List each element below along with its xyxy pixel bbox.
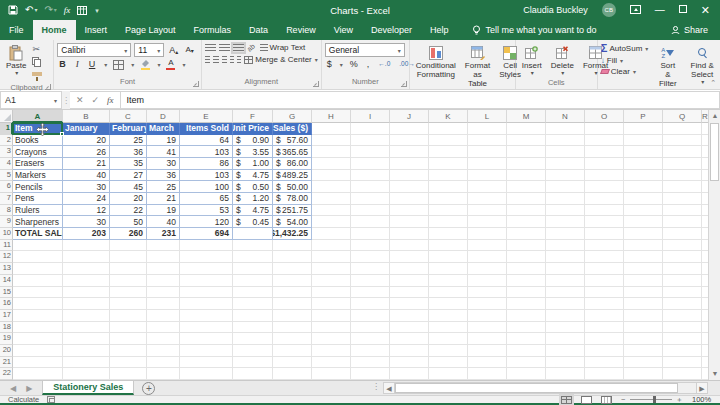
cell-B10[interactable]: 203 — [63, 228, 110, 240]
column-header-I[interactable]: I — [351, 110, 390, 123]
cell-A8[interactable]: Rulers — [13, 205, 63, 217]
column-header-M[interactable]: M — [507, 110, 546, 123]
cell-I6[interactable] — [351, 181, 390, 193]
cell-I7[interactable] — [351, 193, 390, 205]
cell-E16[interactable] — [180, 298, 233, 310]
row-header-21[interactable]: 21 — [0, 357, 13, 369]
accounting-format-icon[interactable]: $ — [325, 60, 334, 69]
macro-record-icon[interactable] — [47, 396, 55, 403]
cell-G20[interactable] — [273, 345, 312, 357]
cell-J20[interactable] — [390, 345, 429, 357]
cell-F9[interactable]: $0.45 — [233, 216, 273, 228]
decrease-font-icon[interactable]: A▾ — [183, 46, 195, 54]
enter-icon[interactable]: ✓ — [92, 95, 100, 105]
cell-L1[interactable] — [468, 123, 507, 135]
cell-O17[interactable] — [585, 310, 624, 322]
cell-D19[interactable] — [147, 333, 180, 345]
cell-H13[interactable] — [312, 263, 351, 275]
cell-M6[interactable] — [507, 181, 546, 193]
cell-J6[interactable] — [390, 181, 429, 193]
cell-K9[interactable] — [429, 216, 468, 228]
cell-H15[interactable] — [312, 287, 351, 299]
italic-button[interactable]: I — [74, 60, 81, 69]
cell-A12[interactable] — [13, 251, 63, 263]
table-icon[interactable] — [77, 6, 87, 15]
cell-L21[interactable] — [468, 357, 507, 369]
cell-D1[interactable]: March — [147, 123, 180, 135]
cell-E8[interactable]: 53 — [180, 205, 233, 217]
align-bottom-icon[interactable] — [233, 44, 244, 52]
cell-C5[interactable]: 27 — [110, 170, 147, 182]
cell-A4[interactable]: Erasers — [13, 158, 63, 170]
cell-B18[interactable] — [63, 322, 110, 334]
cell-K19[interactable] — [429, 333, 468, 345]
cell-E2[interactable]: 64 — [180, 135, 233, 147]
column-header-L[interactable]: L — [468, 110, 507, 123]
cell-B14[interactable] — [63, 275, 110, 287]
cell-N16[interactable] — [546, 298, 585, 310]
cell-N11[interactable] — [546, 240, 585, 252]
number-dialog-launcher[interactable] — [401, 81, 407, 87]
column-header-J[interactable]: J — [390, 110, 429, 123]
cell-M1[interactable] — [507, 123, 546, 135]
cell-D10[interactable]: 231 — [147, 228, 180, 240]
cell-D12[interactable] — [147, 251, 180, 263]
cell-N21[interactable] — [546, 357, 585, 369]
cell-N13[interactable] — [546, 263, 585, 275]
cell-M8[interactable] — [507, 205, 546, 217]
sheet-tab-stationery-sales[interactable]: Stationery Sales — [42, 381, 134, 395]
insert-cells-button[interactable]: Insert ▾ — [519, 43, 545, 78]
column-header-H[interactable]: H — [312, 110, 351, 123]
cell-N7[interactable] — [546, 193, 585, 205]
cell-N22[interactable] — [546, 368, 585, 380]
cell-H20[interactable] — [312, 345, 351, 357]
cell-E9[interactable]: 120 — [180, 216, 233, 228]
bold-button[interactable]: B — [57, 60, 68, 69]
cell-K17[interactable] — [429, 310, 468, 322]
cell-F20[interactable] — [233, 345, 273, 357]
undo-button[interactable]: ↶▾ — [25, 5, 37, 15]
row-header-8[interactable]: 8 — [0, 205, 13, 217]
maximize-button[interactable] — [679, 5, 687, 15]
cell-H12[interactable] — [312, 251, 351, 263]
font-color-icon[interactable]: A — [166, 59, 175, 70]
find-select-button[interactable]: Find & Select ▾ — [687, 43, 717, 96]
scroll-right-icon[interactable]: ▶ — [696, 382, 708, 394]
cell-K16[interactable] — [429, 298, 468, 310]
cell-D3[interactable]: 41 — [147, 146, 180, 158]
cell-P15[interactable] — [624, 287, 663, 299]
tab-view[interactable]: View — [325, 20, 362, 40]
cell-I14[interactable] — [351, 275, 390, 287]
row-header-10[interactable]: 10 — [0, 228, 13, 240]
cell-Q7[interactable] — [663, 193, 702, 205]
cell-J19[interactable] — [390, 333, 429, 345]
cell-P16[interactable] — [624, 298, 663, 310]
cell-C8[interactable]: 22 — [110, 205, 147, 217]
cell-I16[interactable] — [351, 298, 390, 310]
cell-N5[interactable] — [546, 170, 585, 182]
cell-N10[interactable] — [546, 228, 585, 240]
cell-Q6[interactable] — [663, 181, 702, 193]
scroll-up-icon[interactable]: ▲ — [709, 110, 720, 122]
cell-A6[interactable]: Pencils — [13, 181, 63, 193]
cell-P1[interactable] — [624, 123, 663, 135]
cell-F16[interactable] — [233, 298, 273, 310]
row-header-3[interactable]: 3 — [0, 146, 13, 158]
zoom-percentage[interactable]: 100% — [692, 395, 712, 404]
cell-Q13[interactable] — [663, 263, 702, 275]
cell-K20[interactable] — [429, 345, 468, 357]
column-header-P[interactable]: P — [624, 110, 663, 123]
cell-M3[interactable] — [507, 146, 546, 158]
row-header-19[interactable]: 19 — [0, 333, 13, 345]
comma-style-icon[interactable]: , — [365, 60, 372, 69]
autosum-button[interactable]: ΣAutoSum▾ — [601, 43, 649, 54]
row-header-20[interactable]: 20 — [0, 345, 13, 357]
cell-G19[interactable] — [273, 333, 312, 345]
cell-N4[interactable] — [546, 158, 585, 170]
cell-I19[interactable] — [351, 333, 390, 345]
cell-P22[interactable] — [624, 368, 663, 380]
cell-O13[interactable] — [585, 263, 624, 275]
row-header-15[interactable]: 15 — [0, 287, 13, 299]
cell-I8[interactable] — [351, 205, 390, 217]
merge-center-button[interactable]: Merge & Center▾ — [244, 55, 317, 64]
